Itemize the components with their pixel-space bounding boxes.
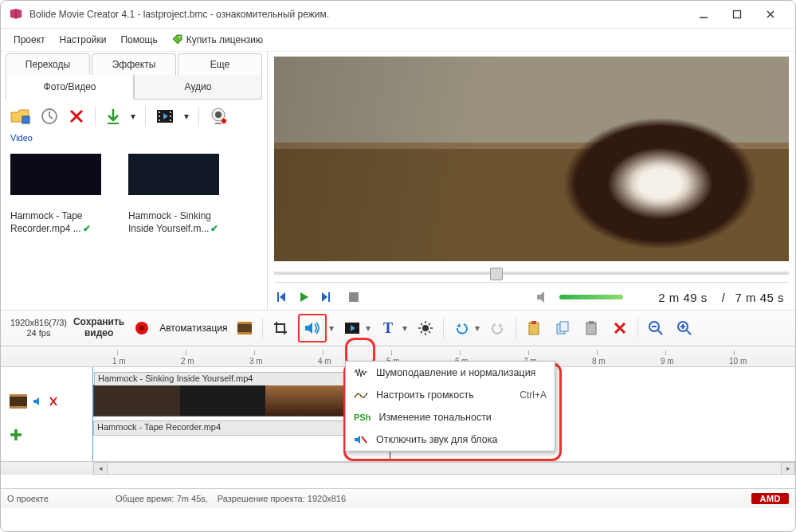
open-folder-icon[interactable] (10, 108, 31, 125)
lock-track-icon[interactable] (49, 396, 58, 407)
tab-more[interactable]: Еще (178, 53, 262, 75)
close-button[interactable] (754, 3, 787, 25)
chevron-down-icon[interactable]: ▾ (184, 111, 189, 122)
ruler-mark: 10 m (729, 357, 747, 366)
redo-icon[interactable] (487, 317, 509, 339)
tab-transitions[interactable]: Переходы (6, 53, 90, 75)
svg-rect-33 (10, 406, 27, 409)
ruler-mark: 1 m (112, 357, 126, 366)
maximize-button[interactable] (720, 3, 754, 25)
separator (95, 106, 96, 127)
svg-rect-27 (586, 323, 596, 334)
crop-icon[interactable] (269, 317, 292, 339)
zoom-out-icon[interactable] (645, 317, 667, 339)
minimize-button[interactable] (687, 3, 720, 25)
filmstrip-icon[interactable] (155, 108, 174, 124)
window-title: Bolide Movie Creator 4.1 - lastproject.b… (29, 9, 687, 20)
menu-item-mute[interactable]: Отключить звук для блока (346, 428, 555, 451)
chevron-down-icon[interactable]: ▾ (131, 111, 135, 122)
preview-pane: 2 m 49 s / 7 m 45 s (268, 52, 795, 310)
text-icon[interactable]: T (378, 317, 400, 339)
delete-icon[interactable] (609, 317, 631, 339)
ruler-mark: 4 m (318, 357, 331, 366)
separator (198, 106, 199, 127)
menu-item-denoise[interactable]: Шумоподавление и нормализация (346, 362, 555, 384)
volume-icon[interactable] (535, 291, 551, 303)
tab-photo-video[interactable]: Фото/Видео (6, 75, 134, 100)
time-total: 7 m 45 s (735, 291, 789, 304)
app-icon (9, 9, 23, 20)
brightness-icon[interactable] (414, 317, 437, 339)
chevron-down-icon[interactable]: ▾ (474, 323, 480, 334)
play-button[interactable] (296, 290, 311, 304)
undo-icon[interactable] (450, 317, 473, 339)
svg-rect-23 (529, 323, 539, 334)
stop-button[interactable] (347, 291, 360, 303)
sound-button[interactable] (298, 314, 327, 342)
filmstrip-icon[interactable] (233, 317, 256, 339)
audio-clip[interactable]: Hammock - Tape Recorder.mp4 (93, 421, 348, 436)
svg-point-13 (222, 119, 226, 123)
svg-rect-26 (560, 322, 568, 331)
svg-rect-24 (531, 321, 536, 324)
buy-license-button[interactable]: Купить лицензию (172, 34, 263, 45)
shortcut: Ctrl+A (520, 389, 547, 401)
scroll-left-icon[interactable]: ◂ (93, 462, 108, 475)
timeline-scrollbar[interactable]: ◂ ▸ (1, 461, 795, 475)
library-toolbar: ▾ ▾ (6, 100, 262, 133)
breadcrumb[interactable]: Video (6, 133, 262, 146)
svg-rect-18 (237, 322, 252, 324)
ruler-mark: 8 m (592, 357, 606, 366)
history-icon[interactable] (41, 108, 58, 125)
paste-icon[interactable] (580, 317, 602, 339)
title-bar: Bolide Movie Creator 4.1 - lastproject.b… (1, 1, 795, 29)
check-icon: ✔ (83, 223, 91, 234)
video-fx-icon[interactable] (341, 317, 363, 339)
status-resolution: Разрешение проекта: 1920x816 (218, 494, 346, 503)
menu-project[interactable]: Проект (9, 33, 50, 47)
scroll-right-icon[interactable]: ▸ (781, 462, 795, 475)
separator (262, 318, 263, 338)
video-preview[interactable] (274, 57, 789, 261)
mute-track-icon[interactable] (33, 396, 44, 407)
step-back-button[interactable] (274, 290, 288, 304)
step-forward-button[interactable] (319, 290, 333, 304)
amd-badge: AMD (751, 493, 789, 504)
tracks-header (1, 367, 93, 461)
chevron-down-icon[interactable]: ▾ (328, 323, 335, 334)
record-icon[interactable] (131, 317, 153, 339)
svg-rect-14 (349, 292, 359, 302)
ruler-mark: 2 m (181, 357, 194, 366)
separator (637, 318, 638, 338)
add-track-icon[interactable] (9, 428, 23, 442)
zoom-in-icon[interactable] (673, 317, 696, 339)
library-item[interactable]: Hammock - Sinking Inside Yourself.m...✔ (128, 154, 222, 235)
scrub-handle[interactable] (490, 268, 503, 280)
svg-point-16 (139, 326, 144, 331)
chevron-down-icon[interactable]: ▾ (365, 323, 371, 334)
menu-item-volume[interactable]: Настроить громкость Ctrl+A (346, 384, 555, 406)
thumbnail-label: Hammock - Sinking Inside Yourself.m...✔ (128, 209, 222, 235)
tab-effects[interactable]: Эффекты (92, 53, 176, 75)
tab-audio[interactable]: Аудио (134, 75, 262, 100)
import-down-icon[interactable] (105, 108, 121, 125)
svg-rect-2 (22, 116, 29, 123)
chevron-down-icon[interactable]: ▾ (402, 323, 408, 334)
save-video-button[interactable]: Сохранитьвидео (73, 317, 124, 339)
clipboard-icon[interactable] (523, 317, 545, 339)
menu-item-pitch[interactable]: PSh Изменение тональности (346, 406, 555, 428)
volume-slider[interactable] (559, 295, 623, 299)
status-bar: О проекте Общее время: 7m 45s, Разрешени… (1, 488, 795, 508)
svg-point-22 (422, 325, 429, 331)
menu-settings[interactable]: Настройки (55, 33, 112, 47)
delete-icon[interactable] (68, 108, 85, 125)
library-item[interactable]: Hammock - Tape Recorder.mp4 ...✔ (10, 154, 104, 235)
buy-license-label: Купить лицензию (186, 34, 263, 45)
status-about[interactable]: О проекте (7, 494, 49, 503)
automation-button[interactable]: Автоматизация (159, 323, 227, 334)
menu-help[interactable]: Помощь (116, 33, 162, 47)
copy-icon[interactable] (551, 317, 574, 339)
scrub-bar[interactable] (274, 266, 789, 280)
webcam-icon[interactable] (209, 108, 228, 125)
film-icon (9, 393, 28, 409)
